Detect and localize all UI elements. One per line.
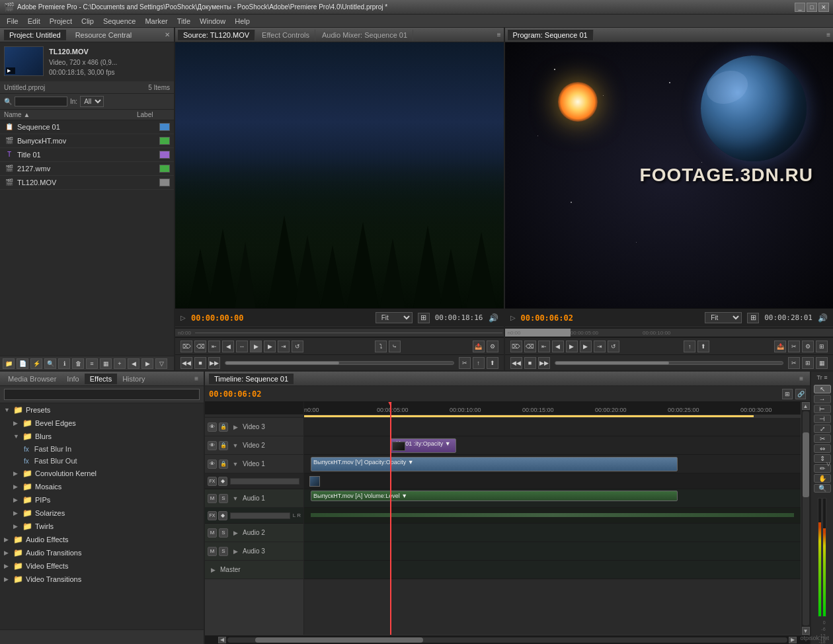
hand-btn[interactable]: ✋ (814, 474, 831, 483)
snap-btn[interactable]: ⊞ (782, 389, 793, 399)
play-btn[interactable]: ▶ (250, 341, 262, 352)
effects-search-input[interactable] (4, 389, 200, 400)
list-view-btn[interactable]: ≡ (86, 358, 98, 369)
clip-vypusk-video[interactable]: ВыпускНТ.mov [V] Opacity:Opacity ▼ (311, 457, 678, 471)
program-current-time[interactable]: 00:00:06:02 (521, 313, 573, 323)
tab-history[interactable]: History (117, 374, 150, 384)
menu-help[interactable]: Help (231, 16, 254, 26)
tree-folder-video-effects[interactable]: ▶ 📁 Video Effects (0, 559, 204, 573)
shuttle-left-btn[interactable]: ◀◀ (180, 357, 192, 369)
tree-folder-audio-transitions[interactable]: ▶ 📁 Audio Transitions (0, 546, 204, 559)
find-btn[interactable]: 🔍 (44, 358, 56, 369)
prog-safe-btn[interactable]: ⊞ (802, 357, 814, 369)
filter-select[interactable]: All (80, 96, 104, 107)
hscroll-right-btn[interactable]: ▶ (789, 637, 797, 643)
program-monitor-menu[interactable]: ≡ (826, 31, 830, 38)
list-item[interactable]: 🎬 ВыпускНТ.mov (0, 134, 174, 148)
track-mute-btn[interactable]: M (208, 528, 217, 538)
track-expand-btn[interactable]: ▼ (230, 495, 241, 502)
menu-window[interactable]: Window (196, 16, 229, 26)
prog-trim-btn[interactable]: ✂ (788, 341, 800, 352)
track-expand-btn[interactable]: ▼ (230, 442, 241, 449)
track-eye-btn[interactable]: 👁 (208, 423, 217, 432)
prog-multicam2-btn[interactable]: ▦ (816, 357, 828, 369)
tab-resource-central[interactable]: Resource Central (70, 30, 138, 40)
timeline-hscroll[interactable]: ◀ ▶ (205, 635, 810, 644)
settings-btn[interactable]: ⚙ (487, 341, 498, 352)
prog-shuttle-stop-btn[interactable]: ■ (524, 357, 536, 369)
minimize-btn[interactable]: _ (795, 3, 805, 12)
timeline-vscroll[interactable]: ▲ ▼ (801, 402, 810, 635)
prog-loop-btn[interactable]: ↺ (608, 341, 619, 352)
prog-mark-in-btn[interactable]: ⌦ (510, 341, 522, 352)
tab-effects[interactable]: Effects (85, 374, 117, 384)
menu-sequence[interactable]: Sequence (99, 16, 140, 26)
tree-folder-blurs[interactable]: ▼ 📁 Blurs (0, 430, 204, 443)
zoom-in-btn[interactable]: + (114, 358, 126, 369)
icon-view-btn[interactable]: ▦ (100, 358, 112, 369)
trim-btn[interactable]: ✂ (459, 357, 471, 369)
prog-shuttle-left-btn[interactable]: ◀◀ (510, 357, 522, 369)
clip-title01[interactable]: Title 01 :ity:Opacity ▼ (390, 438, 456, 453)
track-mute-btn[interactable]: M (208, 547, 217, 556)
prog-jog-shuttle[interactable] (555, 361, 784, 365)
list-item[interactable]: 🎬 2127.wmv (0, 162, 174, 176)
play-in-out-btn[interactable]: ↔ (236, 341, 248, 352)
track-lock-btn[interactable]: 🔒 (219, 460, 228, 469)
prev-page-btn[interactable]: ◀ (128, 358, 139, 369)
timeline-current-time[interactable]: 00:00:06:02 (209, 389, 261, 399)
search-input[interactable] (15, 97, 67, 106)
shuttle-stop-btn[interactable]: ■ (194, 357, 206, 369)
volume-slider[interactable] (230, 512, 290, 519)
tab-source[interactable]: Source: TL120.MOV (178, 30, 255, 40)
tab-audio-mixer[interactable]: Audio Mixer: Sequence 01 (317, 30, 413, 40)
tab-project[interactable]: Project: Untitled (4, 30, 66, 40)
prog-extract-btn[interactable]: ⬆ (697, 341, 709, 352)
prog-goto-in-btn[interactable]: ⇤ (538, 341, 550, 352)
track-mute-btn[interactable]: M (208, 494, 217, 503)
scroll-up-btn[interactable]: ▲ (802, 402, 810, 410)
track-solo-btn[interactable]: S (219, 547, 228, 556)
tree-folder-video-transitions[interactable]: ▶ 📁 Video Transitions (0, 573, 204, 586)
list-item[interactable]: 🎬 TL120.MOV (0, 176, 174, 190)
effects-panel-menu[interactable]: ≡ (192, 375, 201, 382)
delete-btn[interactable]: 🗑 (72, 358, 84, 369)
rolling-edit-btn[interactable]: ⊣ (814, 415, 831, 423)
tab-effect-controls[interactable]: Effect Controls (257, 30, 315, 40)
tree-folder-bevel-edges[interactable]: ▶ 📁 Bevel Edges (0, 417, 204, 430)
keyframe-btn[interactable]: ◆ (218, 477, 227, 486)
jog-shuttle[interactable] (225, 361, 454, 365)
track-eye-btn[interactable]: 👁 (208, 441, 217, 450)
tree-leaf-fast-blur-in[interactable]: fx Fast Blur In (0, 443, 204, 455)
opacity-slider[interactable] (230, 478, 299, 485)
prog-export-btn[interactable]: 📤 (774, 341, 786, 352)
tab-info[interactable]: Info (61, 374, 84, 384)
prog-step-back-btn[interactable]: ◀ (552, 341, 564, 352)
hscroll-left-btn[interactable]: ◀ (218, 637, 226, 643)
close-btn[interactable]: ✕ (818, 3, 829, 12)
link-btn[interactable]: 🔗 (795, 389, 806, 399)
rate-stretch-btn[interactable]: ⤢ (814, 424, 831, 433)
track-expand-btn[interactable]: ▶ (230, 530, 241, 536)
prog-lift-btn[interactable]: ↑ (684, 341, 695, 352)
tree-folder-convolution[interactable]: ▶ 📁 Convolution Kernel (0, 467, 204, 480)
new-bin-btn[interactable]: 📁 (3, 358, 15, 369)
safe-margins-btn-prog[interactable]: ⊞ (747, 313, 759, 323)
loop-btn[interactable]: ↺ (292, 341, 303, 352)
automate-btn[interactable]: ⚡ (30, 358, 42, 369)
track-expand-btn[interactable]: ▶ (208, 567, 218, 573)
list-item[interactable]: 📋 Sequence 01 (0, 120, 174, 134)
tab-media-browser[interactable]: Media Browser (3, 374, 61, 384)
tree-leaf-fast-blur-out[interactable]: fx Fast Blur Out (0, 455, 204, 467)
track-select-btn[interactable]: → (814, 395, 831, 403)
goto-out-btn[interactable]: ⇥ (278, 341, 290, 352)
track-solo-btn[interactable]: S (219, 494, 228, 503)
export-btn[interactable]: 📤 (473, 341, 485, 352)
track-expand-btn[interactable]: ▼ (230, 461, 241, 467)
new-item-btn[interactable]: 📄 (17, 358, 28, 369)
program-scrubber[interactable]: n0:00 00:00:05:00 00:00:10:00 (505, 327, 834, 337)
source-fit-select[interactable]: Fit25%50%100% (376, 312, 413, 323)
menu-edit[interactable]: Edit (24, 16, 44, 26)
tree-folder-solarizes[interactable]: ▶ 📁 Solarizes (0, 506, 204, 520)
source-current-time[interactable]: 00:00:00:00 (191, 313, 243, 323)
